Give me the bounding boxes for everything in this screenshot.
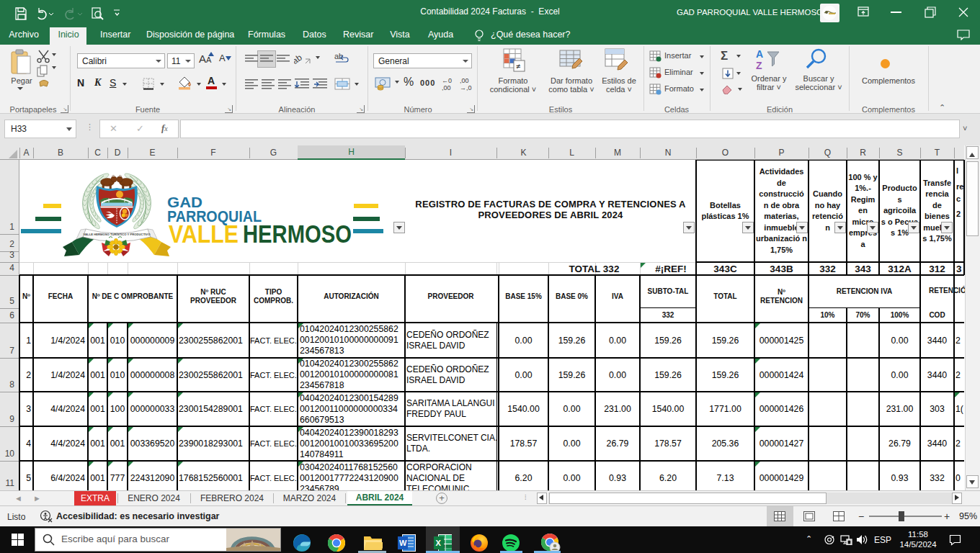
svg-text:W: W xyxy=(399,539,407,547)
svg-text:≠: ≠ xyxy=(516,62,520,71)
svg-text:Z: Z xyxy=(756,60,762,71)
svg-text:,00: ,00 xyxy=(442,84,451,91)
svg-text:VALLE HERMOSO TURÍSTICO Y PROD: VALLE HERMOSO TURÍSTICO Y PRODUCTIVO xyxy=(84,233,151,236)
svg-text:,00: ,00 xyxy=(460,77,469,84)
svg-text:→,0: →,0 xyxy=(460,84,472,91)
svg-text:VALLE: VALLE xyxy=(169,220,239,248)
svg-text:HERMOSO: HERMOSO xyxy=(243,220,352,248)
svg-text:ab: ab xyxy=(294,53,304,66)
svg-text:←0: ←0 xyxy=(442,77,452,84)
svg-text:X: X xyxy=(436,539,442,547)
svg-text:A: A xyxy=(756,48,763,60)
